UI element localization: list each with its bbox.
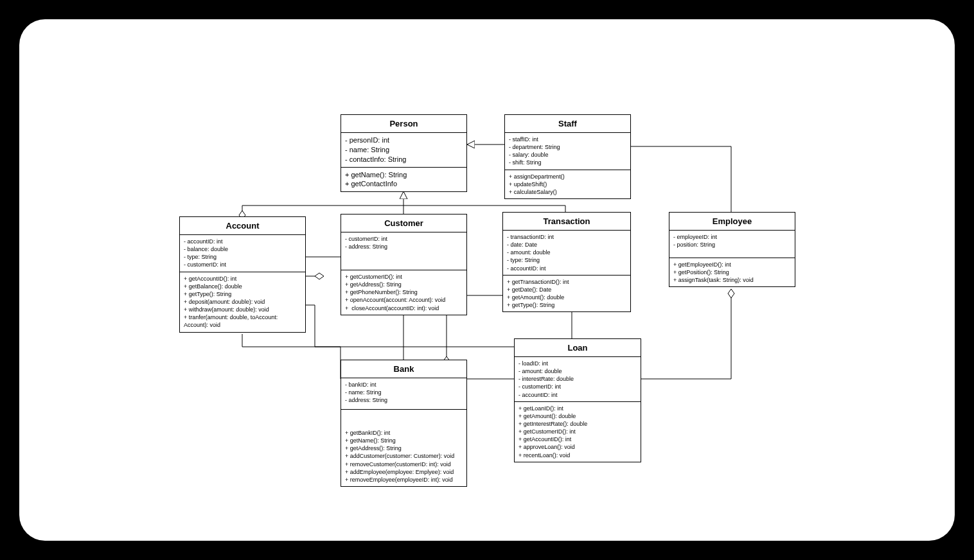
- class-person-attrs: - personID: int - name: String - contact…: [341, 133, 466, 168]
- class-customer-methods: + getCustomerID(): int + getAddress(): S…: [341, 270, 466, 315]
- class-account: Account - accountID: int - balance: doub…: [179, 216, 306, 333]
- connectors-layer: [19, 19, 955, 541]
- class-staff: Staff - staffID: int - department: Strin…: [504, 114, 631, 199]
- class-bank-title: Bank: [341, 360, 466, 378]
- class-loan-methods: + getLoanID(): int + getAmount(): double…: [515, 402, 641, 462]
- class-loan-attrs: - loadID: int - amount: double - interes…: [515, 357, 641, 402]
- class-staff-methods: + assignDepartment() + updateShift() + c…: [505, 170, 630, 198]
- class-transaction-title: Transaction: [503, 213, 630, 231]
- class-bank-methods: + getBankID(): int + getName(): String +…: [341, 410, 466, 486]
- class-customer: Customer - customerID: int - address: St…: [341, 214, 467, 315]
- class-customer-title: Customer: [341, 214, 466, 232]
- class-person-title: Person: [341, 115, 466, 133]
- class-loan: Loan - loadID: int - amount: double - in…: [514, 338, 641, 462]
- class-employee-methods: + getEmployeeID(): int + getPosition(): …: [669, 258, 795, 286]
- class-transaction: Transaction - transactionID: int - date:…: [502, 212, 631, 312]
- class-person-methods: + getName(): String + getContactInfo: [341, 168, 466, 192]
- class-account-attrs: - accountID: int - balance: double - typ…: [180, 235, 305, 272]
- diagram-page: Person - personID: int - name: String - …: [19, 19, 955, 541]
- class-bank-attrs: - bankID: int - name: String - address: …: [341, 378, 466, 410]
- class-employee-attrs: - employeeID: int - position: String: [669, 231, 795, 258]
- class-person: Person - personID: int - name: String - …: [341, 114, 467, 192]
- diagram-canvas: Person - personID: int - name: String - …: [19, 19, 955, 541]
- class-staff-title: Staff: [505, 115, 630, 133]
- class-bank: Bank - bankID: int - name: String - addr…: [341, 360, 467, 487]
- class-employee-title: Employee: [669, 213, 795, 231]
- class-account-methods: + getAccountID(): int + getBalance(): do…: [180, 272, 305, 332]
- class-staff-attrs: - staffID: int - department: String - sa…: [505, 133, 630, 170]
- class-loan-title: Loan: [515, 339, 641, 357]
- class-transaction-methods: + getTransactionID(): int + getDate(): D…: [503, 276, 630, 312]
- class-transaction-attrs: - transactionID: int - date: Date - amou…: [503, 231, 630, 276]
- class-account-title: Account: [180, 217, 305, 235]
- class-customer-attrs: - customerID: int - address: String: [341, 232, 466, 270]
- class-employee: Employee - employeeID: int - position: S…: [669, 212, 795, 287]
